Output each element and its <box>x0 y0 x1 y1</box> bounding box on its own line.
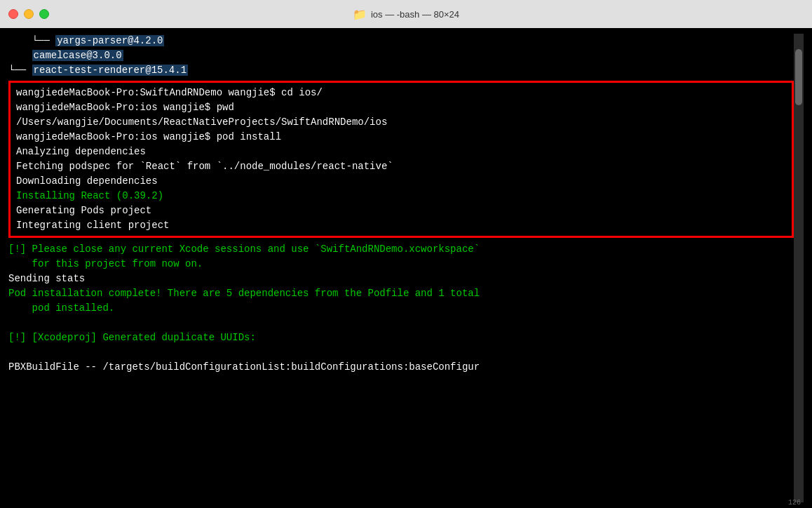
terminal-content[interactable]: └── yargs-parser@4.2.0 camelcase@3.0.0 └… <box>0 28 812 508</box>
window-title: 📁 ios — -bash — 80×24 <box>353 8 459 21</box>
folder-icon: 📁 <box>353 8 367 21</box>
cmd-pod-install: wangjiedeMacBook-Pro:ios wangjie$ pod in… <box>16 130 786 145</box>
post-line-8 <box>8 345 794 360</box>
title-text: ios — -bash — 80×24 <box>371 9 459 20</box>
terminal-output: └── yargs-parser@4.2.0 camelcase@3.0.0 └… <box>8 34 794 502</box>
output-analyzing: Analyzing dependencies <box>16 145 786 159</box>
post-line-1: [!] Please close any current Xcode sessi… <box>8 242 794 257</box>
titlebar: 📁 ios — -bash — 80×24 <box>0 0 812 28</box>
npm-tree-line-1: └── yargs-parser@4.2.0 <box>8 34 794 48</box>
minimize-button[interactable] <box>24 9 34 19</box>
output-fetching: Fetching podspec for `React` from `../no… <box>16 159 786 174</box>
close-button[interactable] <box>8 9 18 19</box>
scrollbar-thumb[interactable] <box>795 49 802 105</box>
output-installing: Installing React (0.39.2) <box>16 189 786 203</box>
scrollbar[interactable] <box>794 34 804 502</box>
output-downloading: Downloading dependencies <box>16 174 786 189</box>
post-line-5: pod installed. <box>8 301 794 316</box>
output-pwd: /Users/wangjie/Documents/ReactNativeProj… <box>16 115 786 130</box>
npm-tree-section: └── yargs-parser@4.2.0 camelcase@3.0.0 └… <box>8 34 794 78</box>
post-line-4: Pod installation complete! There are 5 d… <box>8 286 794 301</box>
post-line-9: PBXBuildFile -- /targets/buildConfigurat… <box>8 360 794 375</box>
npm-tree-line-2: camelcase@3.0.0 <box>8 48 794 63</box>
terminal-window: 📁 ios — -bash — 80×24 └── yargs-parser@4… <box>0 0 812 508</box>
npm-tree-line-3: └── react-test-renderer@15.4.1 <box>8 63 794 78</box>
corner-label: 126 <box>788 499 801 507</box>
maximize-button[interactable] <box>39 9 49 19</box>
post-line-2: for this project from now on. <box>8 257 794 272</box>
post-line-6 <box>8 316 794 330</box>
cmd-pwd: wangjiedeMacBook-Pro:ios wangjie$ pwd <box>16 100 786 115</box>
cmd-cd: wangjiedeMacBook-Pro:SwiftAndRNDemo wang… <box>16 86 786 100</box>
output-generating: Generating Pods project <box>16 203 786 218</box>
highlighted-terminal-block: wangjiedeMacBook-Pro:SwiftAndRNDemo wang… <box>8 81 794 238</box>
window-controls <box>8 9 49 19</box>
post-block: [!] Please close any current Xcode sessi… <box>8 242 794 375</box>
post-line-7: [!] [Xcodeproj] Generated duplicate UUID… <box>8 330 794 345</box>
output-integrating: Integrating client project <box>16 218 786 233</box>
post-line-3: Sending stats <box>8 272 794 286</box>
